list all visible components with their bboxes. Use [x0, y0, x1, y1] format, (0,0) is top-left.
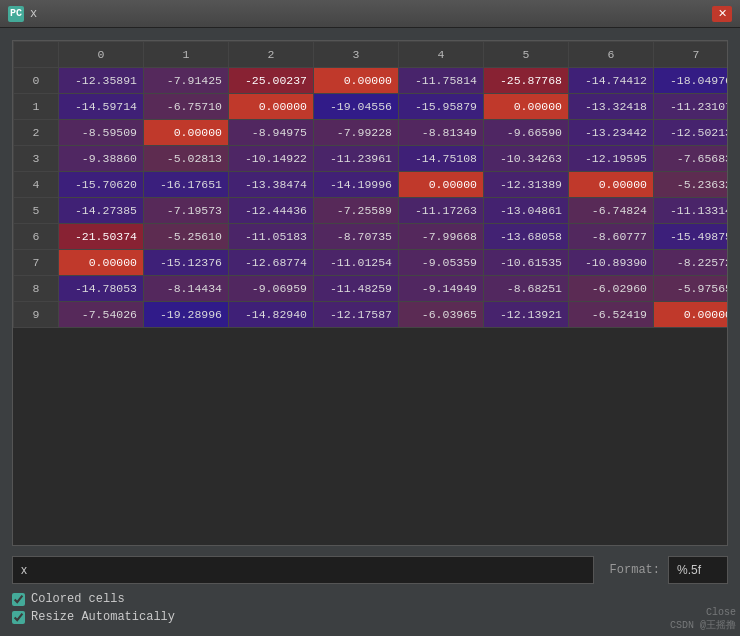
table-cell[interactable]: -6.52419 [569, 302, 654, 328]
table-cell[interactable]: -14.75108 [399, 146, 484, 172]
table-cell[interactable]: -15.49875 [654, 224, 728, 250]
table-cell[interactable]: -15.12376 [144, 250, 229, 276]
col-header-1: 1 [144, 42, 229, 68]
table-cell[interactable]: -8.60777 [569, 224, 654, 250]
table-cell[interactable]: -8.81349 [399, 120, 484, 146]
table-cell[interactable]: -25.00237 [229, 68, 314, 94]
table-cell[interactable]: -9.38860 [59, 146, 144, 172]
table-cell[interactable]: -7.54026 [59, 302, 144, 328]
table-cell[interactable]: -7.99668 [399, 224, 484, 250]
table-cell[interactable]: -8.22572 [654, 250, 728, 276]
table-cell[interactable]: -15.70620 [59, 172, 144, 198]
table-cell[interactable]: -9.06959 [229, 276, 314, 302]
table-cell[interactable]: -9.05359 [399, 250, 484, 276]
table-cell[interactable]: -21.50374 [59, 224, 144, 250]
table-cell[interactable]: -6.74824 [569, 198, 654, 224]
col-header-2: 2 [229, 42, 314, 68]
table-cell[interactable]: -11.17263 [399, 198, 484, 224]
table-cell[interactable]: -13.23442 [569, 120, 654, 146]
data-table-container: 01234567 0-12.35891-7.91425-25.002370.00… [12, 40, 728, 546]
table-cell[interactable]: -19.04556 [314, 94, 399, 120]
table-cell[interactable]: 0.00000 [314, 68, 399, 94]
col-header-5: 5 [484, 42, 569, 68]
table-cell[interactable]: -8.68251 [484, 276, 569, 302]
table-cell[interactable]: 0.00000 [144, 120, 229, 146]
table-cell[interactable]: -11.23961 [314, 146, 399, 172]
table-cell[interactable]: -9.14949 [399, 276, 484, 302]
table-cell[interactable]: -12.31389 [484, 172, 569, 198]
table-cell[interactable]: -14.59714 [59, 94, 144, 120]
table-cell[interactable]: -12.35891 [59, 68, 144, 94]
table-row: 3-9.38860-5.02813-10.14922-11.23961-14.7… [14, 146, 728, 172]
resize-auto-checkbox[interactable] [12, 611, 25, 624]
table-cell[interactable]: -7.25589 [314, 198, 399, 224]
table-cell[interactable]: -7.19573 [144, 198, 229, 224]
table-cell[interactable]: -12.68774 [229, 250, 314, 276]
table-cell[interactable]: 0.00000 [569, 172, 654, 198]
table-cell[interactable]: -11.23107 [654, 94, 728, 120]
table-cell[interactable]: 0.00000 [399, 172, 484, 198]
row-header-2: 2 [14, 120, 59, 146]
table-cell[interactable]: -6.75710 [144, 94, 229, 120]
table-cell[interactable]: -14.82940 [229, 302, 314, 328]
table-cell[interactable]: 0.00000 [59, 250, 144, 276]
table-cell[interactable]: 0.00000 [654, 302, 728, 328]
table-cell[interactable]: -11.48259 [314, 276, 399, 302]
table-cell[interactable]: -6.02960 [569, 276, 654, 302]
table-cell[interactable]: -18.04976 [654, 68, 728, 94]
resize-auto-row[interactable]: Resize Automatically [12, 610, 728, 624]
table-row: 2-8.595090.00000-8.94975-7.99228-8.81349… [14, 120, 728, 146]
table-cell[interactable]: -13.38474 [229, 172, 314, 198]
table-cell[interactable]: 0.00000 [229, 94, 314, 120]
table-cell[interactable]: -14.19996 [314, 172, 399, 198]
table-cell[interactable]: -13.32418 [569, 94, 654, 120]
table-cell[interactable]: -10.89390 [569, 250, 654, 276]
table-cell[interactable]: -11.75814 [399, 68, 484, 94]
table-row: 6-21.50374-5.25610-11.05183-8.70735-7.99… [14, 224, 728, 250]
table-cell[interactable]: -9.66590 [484, 120, 569, 146]
table-cell[interactable]: -14.78053 [59, 276, 144, 302]
horizontal-scrollbar[interactable] [13, 545, 727, 546]
colored-cells-checkbox[interactable] [12, 593, 25, 606]
table-cell[interactable]: -12.19595 [569, 146, 654, 172]
table-scroll-area[interactable]: 01234567 0-12.35891-7.91425-25.002370.00… [13, 41, 727, 545]
table-cell[interactable]: -11.13314 [654, 198, 728, 224]
close-button[interactable]: ✕ [712, 6, 732, 22]
colored-cells-row[interactable]: Colored cells [12, 592, 728, 606]
table-cell[interactable]: -10.34263 [484, 146, 569, 172]
table-row: 5-14.27385-7.19573-12.44436-7.25589-11.1… [14, 198, 728, 224]
table-cell[interactable]: -7.99228 [314, 120, 399, 146]
table-cell[interactable]: -25.87768 [484, 68, 569, 94]
table-cell[interactable]: -16.17651 [144, 172, 229, 198]
table-cell[interactable]: -11.05183 [229, 224, 314, 250]
table-cell[interactable]: -10.61535 [484, 250, 569, 276]
col-header-7: 7 [654, 42, 728, 68]
table-cell[interactable]: -7.65683 [654, 146, 728, 172]
table-cell[interactable]: -7.91425 [144, 68, 229, 94]
table-cell[interactable]: -12.50213 [654, 120, 728, 146]
table-cell[interactable]: -6.03965 [399, 302, 484, 328]
table-cell[interactable]: -14.27385 [59, 198, 144, 224]
table-cell[interactable]: -14.74412 [569, 68, 654, 94]
format-input[interactable] [668, 556, 728, 584]
table-cell[interactable]: -13.68058 [484, 224, 569, 250]
table-cell[interactable]: -19.28996 [144, 302, 229, 328]
table-cell[interactable]: -5.25610 [144, 224, 229, 250]
table-cell[interactable]: -8.70735 [314, 224, 399, 250]
table-cell[interactable]: -5.97565 [654, 276, 728, 302]
table-cell[interactable]: -12.13921 [484, 302, 569, 328]
table-cell[interactable]: -8.94975 [229, 120, 314, 146]
table-cell[interactable]: -12.17587 [314, 302, 399, 328]
table-cell[interactable]: -10.14922 [229, 146, 314, 172]
table-cell[interactable]: -5.02813 [144, 146, 229, 172]
name-input[interactable] [12, 556, 594, 584]
table-cell[interactable]: -8.14434 [144, 276, 229, 302]
table-cell[interactable]: -11.01254 [314, 250, 399, 276]
table-cell[interactable]: -15.95879 [399, 94, 484, 120]
table-cell[interactable]: -5.23632 [654, 172, 728, 198]
table-cell[interactable]: 0.00000 [484, 94, 569, 120]
table-cell[interactable]: -12.44436 [229, 198, 314, 224]
table-cell[interactable]: -8.59509 [59, 120, 144, 146]
table-cell[interactable]: -13.04861 [484, 198, 569, 224]
table-row: 0-12.35891-7.91425-25.002370.00000-11.75… [14, 68, 728, 94]
